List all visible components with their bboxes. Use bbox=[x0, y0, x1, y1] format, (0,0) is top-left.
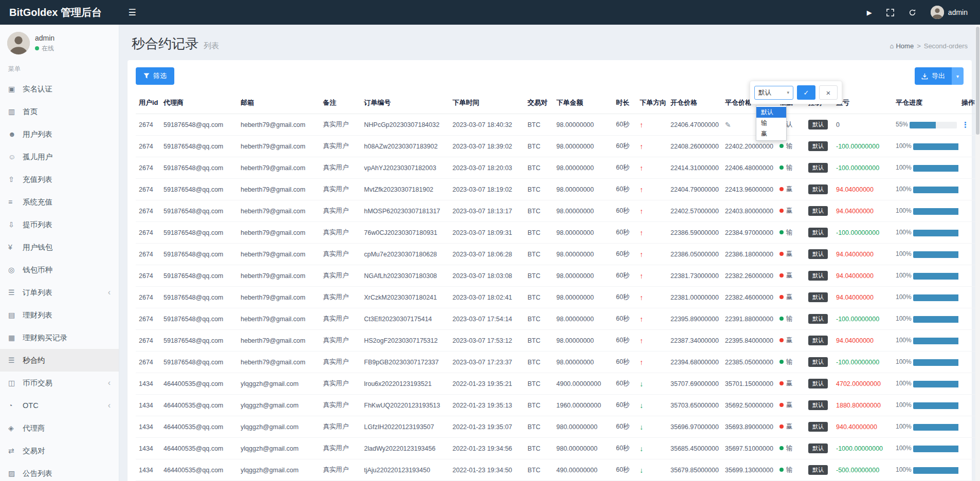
cell-close-price: 22385.05000000 bbox=[722, 351, 776, 373]
cell-pnl: 94.04000000 bbox=[833, 287, 893, 308]
arrow-up-icon: ↑ bbox=[640, 142, 643, 151]
sidebar-toggle-icon[interactable]: ☰ bbox=[119, 0, 145, 25]
select-option[interactable]: 输 bbox=[756, 118, 786, 128]
sidebar-item-coin-trade[interactable]: ◫币币交易‹ bbox=[0, 372, 119, 394]
sidebar-item-orphan-users[interactable]: ☺孤儿用户 bbox=[0, 145, 119, 168]
result-label: 赢 bbox=[786, 250, 793, 257]
sidebar-item-trading-pairs[interactable]: ⇄交易对 bbox=[0, 439, 119, 462]
cell-order-time: 2023-03-07 17:23:37 bbox=[449, 351, 524, 373]
cell-duration: 60秒 bbox=[613, 179, 637, 200]
confirm-button[interactable]: ✓ bbox=[797, 85, 815, 100]
cell-email: heberth79@gmail.com bbox=[238, 351, 320, 373]
avatar bbox=[931, 6, 944, 19]
id-card-icon: ▣ bbox=[8, 85, 23, 93]
cell-email: heberth79@gmail.com bbox=[238, 200, 320, 222]
cell-pair: BTC bbox=[524, 244, 553, 265]
export-button[interactable]: 导出 bbox=[915, 67, 952, 85]
sidebar-item-label: 订单列表 bbox=[23, 288, 52, 298]
breadcrumb-home[interactable]: ⌂Home bbox=[890, 42, 914, 50]
play-icon[interactable]: ▶ bbox=[867, 9, 872, 16]
page-subtitle: 列表 bbox=[204, 41, 219, 51]
sidebar-item-finance-purchase-records[interactable]: ▦理财购买记录 bbox=[0, 326, 119, 349]
cell-amount: 98.00000000 bbox=[553, 265, 613, 287]
sidebar-item-label: 代理商 bbox=[23, 423, 45, 433]
filter-button[interactable]: 筛选 bbox=[136, 67, 174, 85]
home-icon: ⌂ bbox=[890, 42, 894, 50]
cancel-button[interactable]: × bbox=[819, 85, 838, 100]
cell-direction: ↑ bbox=[637, 244, 667, 265]
cell-result: 输 bbox=[776, 308, 805, 330]
cell-control: 默认 bbox=[805, 416, 833, 438]
row-actions-icon[interactable]: ⋮ bbox=[961, 120, 969, 129]
sidebar-item-user-wallet[interactable]: ¥用户钱包 bbox=[0, 236, 119, 258]
cell-order-no: XrCzkM20230307180241 bbox=[361, 287, 449, 308]
cell-duration: 60秒 bbox=[613, 330, 637, 351]
cell-direction: ↓ bbox=[637, 395, 667, 416]
sidebar-item-system-recharge[interactable]: ≡系统充值 bbox=[0, 191, 119, 213]
agents-icon: ◈ bbox=[8, 424, 23, 432]
result-select[interactable]: 默认 ▾ bbox=[754, 86, 793, 100]
scrollbar-thumb[interactable] bbox=[976, 27, 979, 135]
progress-label: 100% bbox=[896, 207, 912, 214]
refresh-icon[interactable] bbox=[909, 9, 916, 16]
online-status: 在线 bbox=[35, 44, 55, 53]
user-menu[interactable]: admin bbox=[931, 6, 968, 19]
result-dot bbox=[779, 317, 784, 321]
cell-order-no: cpMu7e20230307180628 bbox=[361, 244, 449, 265]
cell-user-id: 1434 bbox=[136, 438, 160, 459]
sidebar-item-agents[interactable]: ◈代理商 bbox=[0, 417, 119, 439]
cell-user-id: 2674 bbox=[136, 265, 160, 287]
sidebar-item-withdraw-list[interactable]: ⇩提币列表 bbox=[0, 213, 119, 236]
cell-direction: ↓ bbox=[637, 416, 667, 438]
progress-bar bbox=[913, 316, 958, 323]
cell-control: 默认 bbox=[805, 330, 833, 351]
select-option[interactable]: 赢 bbox=[756, 128, 786, 139]
cell-progress: 100% bbox=[893, 265, 958, 287]
cell-note: 真实用户 bbox=[320, 330, 361, 351]
result-dot bbox=[779, 230, 784, 234]
arrow-up-icon: ↑ bbox=[640, 315, 643, 323]
sidebar-item-finance-list[interactable]: ▤理财列表 bbox=[0, 304, 119, 326]
fullscreen-icon[interactable] bbox=[886, 9, 894, 16]
sidebar-item-dashboard[interactable]: ▥首页 bbox=[0, 100, 119, 123]
column-header: 时长 bbox=[613, 92, 637, 114]
select-option[interactable]: 默认 bbox=[756, 107, 786, 118]
sidebar-item-user-list[interactable]: ☻用户列表 bbox=[0, 123, 119, 145]
edit-pencil-icon[interactable]: ✎ bbox=[725, 121, 731, 129]
sidebar-item-second-contract[interactable]: ☰秒合约 bbox=[0, 349, 119, 372]
sidebar-item-order-list[interactable]: ☰订单列表‹ bbox=[0, 281, 119, 304]
table-row: 2674591876548@qq.comheberth79@gmail.com真… bbox=[136, 222, 977, 244]
cell-order-time: 2023-03-07 18:19:02 bbox=[449, 179, 524, 200]
pnl-value: -100.00000000 bbox=[836, 229, 879, 236]
withdraw-icon: ⇩ bbox=[8, 220, 23, 229]
export-dropdown-caret[interactable]: ▾ bbox=[952, 67, 964, 85]
sidebar-item-deposit-list[interactable]: ⇧充值列表 bbox=[0, 168, 119, 191]
online-dot-icon bbox=[35, 46, 39, 50]
result-label: 赢 bbox=[786, 186, 793, 193]
column-header: 下单方向 bbox=[637, 92, 667, 114]
progress-label: 100% bbox=[896, 401, 912, 409]
cell-result: 输 bbox=[776, 157, 805, 179]
cell-progress: 100% bbox=[893, 157, 958, 179]
cell-close-price: 35697.51000000 bbox=[722, 438, 776, 459]
sidebar-item-label: 交易对 bbox=[23, 446, 45, 456]
cell-control: 默认 bbox=[805, 287, 833, 308]
sidebar-item-otc[interactable]: ◔OTC‹ bbox=[0, 394, 119, 417]
cell-note: 真实用户 bbox=[320, 265, 361, 287]
cell-result: 赢 bbox=[776, 330, 805, 351]
sidebar-item-announcements[interactable]: ▨公告列表 bbox=[0, 462, 119, 481]
table-row: 1434464400535@qq.comylqggzh@gmail.com真实用… bbox=[136, 373, 977, 395]
cell-close-price: 35692.50000000 bbox=[722, 395, 776, 416]
cell-amount: 980.00000000 bbox=[553, 438, 613, 459]
cell-actions bbox=[958, 330, 977, 351]
cell-email: ylqggzh@gmail.com bbox=[238, 373, 320, 395]
progress-bar bbox=[910, 122, 957, 128]
cell-user-id: 2674 bbox=[136, 136, 160, 157]
pnl-value: 94.04000000 bbox=[836, 208, 874, 215]
cell-pair: BTC bbox=[524, 136, 553, 157]
sidebar-item-wallet-coins[interactable]: ◎钱包币种 bbox=[0, 258, 119, 281]
page-scrollbar[interactable] bbox=[975, 25, 980, 481]
cell-progress: 100% bbox=[893, 308, 958, 330]
sidebar-item-real-name-auth[interactable]: ▣实名认证 bbox=[0, 78, 119, 100]
column-header: 下单金额 bbox=[553, 92, 613, 114]
